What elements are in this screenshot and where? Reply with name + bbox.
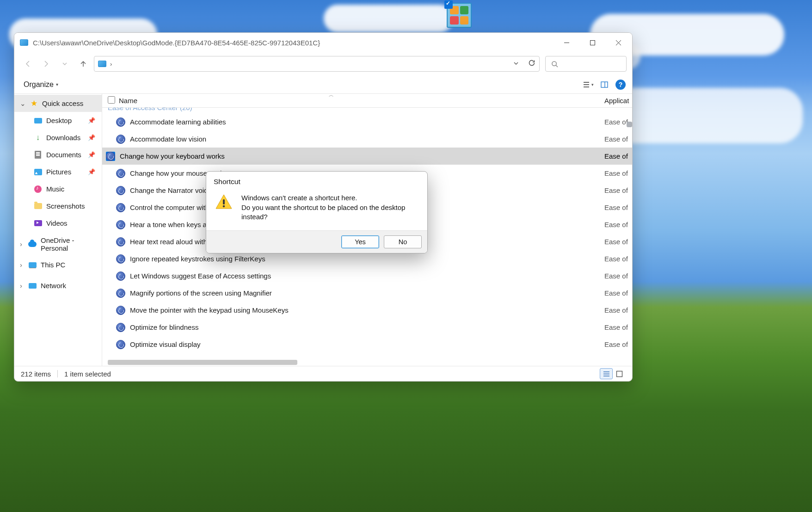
no-button[interactable]: No xyxy=(384,235,422,248)
cloud-icon xyxy=(28,241,37,247)
minimize-button[interactable] xyxy=(554,33,579,52)
addressbar-dropdown-icon[interactable] xyxy=(513,60,519,68)
sort-indicator-icon: ︿ xyxy=(329,94,334,99)
sidebar-item-desktop[interactable]: Desktop📌 xyxy=(14,112,102,129)
star-icon: ★ xyxy=(30,99,38,108)
pc-icon xyxy=(29,262,37,268)
sidebar-item-pictures[interactable]: Pictures📌 xyxy=(14,163,102,180)
control-panel-icon xyxy=(116,323,125,332)
sidebar-label: Videos xyxy=(46,219,68,227)
dialog-line1: Windows can't create a shortcut here. xyxy=(241,193,419,203)
view-options-button[interactable]: ▾ xyxy=(579,77,596,92)
chevron-down-icon: ⌄ xyxy=(20,99,25,108)
control-panel-icon xyxy=(116,117,125,127)
command-bar: Organize ▾ ▾ ? xyxy=(14,75,632,94)
select-all-checkbox[interactable] xyxy=(108,96,115,104)
sidebar-item-this-pc[interactable]: This PC xyxy=(14,256,102,273)
desktop-icon xyxy=(34,118,42,123)
close-button[interactable] xyxy=(605,33,631,52)
preview-pane-button[interactable] xyxy=(596,77,613,92)
document-icon xyxy=(35,151,41,159)
organize-button[interactable]: Organize ▾ xyxy=(21,79,61,91)
address-bar[interactable]: › xyxy=(94,56,540,72)
svg-rect-9 xyxy=(601,82,608,87)
pin-icon: 📌 xyxy=(88,117,95,124)
column-application[interactable]: Applicat xyxy=(604,97,632,105)
sidebar-item-onedrive[interactable]: OneDrive - Personal xyxy=(14,235,102,253)
list-item[interactable]: ✓Magnify portions of the screen using Ma… xyxy=(102,284,632,302)
column-name[interactable]: Name xyxy=(119,97,604,105)
sidebar-item-screenshots[interactable]: Screenshots xyxy=(14,197,102,215)
group-header[interactable]: Ease of Access Center (20) xyxy=(102,108,632,113)
sidebar-item-downloads[interactable]: ↓Downloads📌 xyxy=(14,129,102,146)
separator xyxy=(57,370,58,377)
sidebar-item-videos[interactable]: Videos xyxy=(14,215,102,232)
list-item[interactable]: ✓Let Windows suggest Ease of Access sett… xyxy=(102,267,632,284)
sidebar-item-documents[interactable]: Documents📌 xyxy=(14,146,102,163)
item-application: Ease of xyxy=(604,169,632,177)
window-title: C:\Users\awawr\OneDrive\Desktop\GodMode.… xyxy=(33,39,554,47)
item-application: Ease of xyxy=(604,238,632,246)
control-panel-icon xyxy=(116,186,125,195)
sidebar-item-music[interactable]: Music xyxy=(14,180,102,197)
shortcut-dialog: Shortcut Windows can't create a shortcut… xyxy=(206,171,428,253)
item-name: Accommodate learning abilities xyxy=(130,118,604,126)
svg-rect-1 xyxy=(590,40,595,45)
control-panel-icon xyxy=(116,169,125,178)
item-application: Ease of xyxy=(604,255,632,263)
download-icon: ↓ xyxy=(34,134,42,142)
sidebar-label: Documents xyxy=(46,151,81,159)
sidebar-label: This PC xyxy=(41,261,65,269)
chevron-down-icon: ▾ xyxy=(56,82,58,87)
details-view-button[interactable] xyxy=(600,368,613,379)
list-item[interactable]: ✓Optimize visual displayEase of xyxy=(102,336,632,353)
pin-icon: 📌 xyxy=(88,151,95,158)
back-button[interactable] xyxy=(20,56,36,72)
control-panel-icon xyxy=(116,289,125,298)
item-name: Move the pointer with the keypad using M… xyxy=(130,306,604,314)
sidebar-label: Music xyxy=(46,185,64,193)
thumbnails-view-button[interactable] xyxy=(613,368,626,379)
list-item[interactable]: ✓Change how your keyboard worksEase of xyxy=(102,148,632,165)
maximize-button[interactable] xyxy=(579,33,605,52)
column-headers[interactable]: Name ︿ Applicat xyxy=(102,94,632,108)
refresh-button[interactable] xyxy=(528,59,535,68)
sidebar-item-network[interactable]: Network xyxy=(14,277,102,294)
pin-icon: 📌 xyxy=(88,168,95,175)
video-icon xyxy=(34,220,42,226)
svg-line-5 xyxy=(556,65,558,67)
yes-button[interactable]: Yes xyxy=(341,235,379,248)
status-selection: 1 item selected xyxy=(64,370,111,378)
addressbar-icon xyxy=(98,61,106,67)
sidebar-label: Quick access xyxy=(42,99,83,107)
control-panel-icon xyxy=(106,152,115,161)
item-name: Optimize visual display xyxy=(130,340,604,348)
list-item[interactable]: ✓Accommodate learning abilitiesEase of xyxy=(102,113,632,130)
desktop-icon-godmode[interactable] xyxy=(447,3,474,28)
up-button[interactable] xyxy=(75,56,91,72)
control-panel-icon xyxy=(116,220,125,229)
horizontal-scrollbar[interactable] xyxy=(102,359,632,366)
item-name: Accommodate low vision xyxy=(130,135,604,143)
sidebar-item-quick-access[interactable]: ⌄ ★ Quick access xyxy=(14,95,102,112)
vertical-scrollbar[interactable] xyxy=(627,122,632,127)
item-application: Ease of xyxy=(604,289,632,297)
item-application: Ease of xyxy=(604,204,632,211)
list-item[interactable]: ✓Accommodate low visionEase of xyxy=(102,130,632,148)
search-box[interactable] xyxy=(545,56,627,72)
recent-button[interactable] xyxy=(57,56,73,72)
help-button[interactable]: ? xyxy=(615,80,626,90)
control-panel-icon xyxy=(116,237,125,247)
list-item[interactable]: ✓Move the pointer with the keypad using … xyxy=(102,302,632,319)
dialog-message: Windows can't create a shortcut here. Do… xyxy=(241,193,419,222)
navigation-pane: ⌄ ★ Quick access Desktop📌 ↓Downloads📌 Do… xyxy=(14,94,102,366)
item-name: Let Windows suggest Ease of Access setti… xyxy=(130,272,604,280)
forward-button[interactable] xyxy=(38,56,54,72)
titlebar[interactable]: C:\Users\awawr\OneDrive\Desktop\GodMode.… xyxy=(14,33,632,52)
breadcrumb-separator-icon[interactable]: › xyxy=(110,61,112,68)
warning-icon xyxy=(215,193,233,211)
list-item[interactable]: ✓Optimize for blindnessEase of xyxy=(102,319,632,336)
scrollbar-thumb[interactable] xyxy=(108,360,297,365)
item-application: Ease of xyxy=(604,135,632,143)
item-name: Optimize for blindness xyxy=(130,323,604,331)
